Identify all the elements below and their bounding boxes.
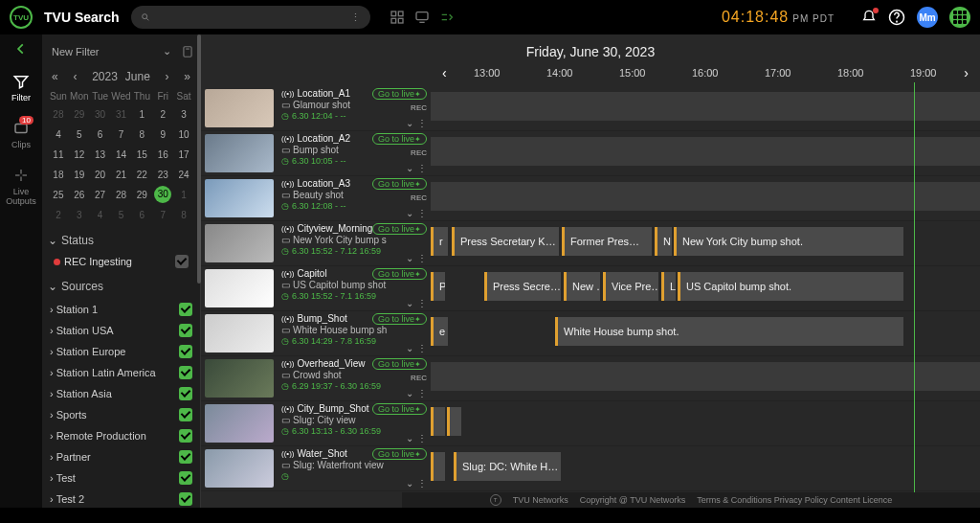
footer-link[interactable]: Content Licence	[830, 495, 892, 505]
search-input[interactable]	[158, 11, 343, 23]
notifications-icon[interactable]	[861, 10, 877, 25]
cal-day[interactable]: 3	[69, 206, 90, 224]
timeline-block[interactable]: L	[661, 272, 676, 301]
expand-icon[interactable]: ⌄	[406, 208, 413, 218]
cal-day[interactable]: 7	[152, 206, 173, 224]
expand-icon[interactable]: ⌄	[406, 343, 413, 353]
nav-filter[interactable]: Filter	[11, 73, 31, 102]
footer-link[interactable]: Terms & Conditions	[697, 495, 771, 505]
thumbnail[interactable]	[205, 449, 274, 488]
source-item[interactable]: ›Partner	[48, 446, 194, 467]
source-toggle[interactable]	[179, 492, 192, 506]
source-item[interactable]: ›Station Latin America	[48, 362, 194, 383]
track[interactable]: eWhite House bump shot.	[431, 311, 980, 355]
source-toggle[interactable]	[179, 345, 192, 358]
more-icon[interactable]: ⋮	[417, 163, 427, 173]
thumbnail[interactable]	[205, 269, 274, 307]
cal-day[interactable]: 28	[111, 186, 132, 204]
go-to-live-button[interactable]: Go to live✦	[372, 88, 427, 100]
cal-day[interactable]: 16	[152, 146, 173, 164]
cal-day[interactable]: 1	[131, 105, 152, 124]
cal-day[interactable]: 30	[154, 186, 171, 203]
thumbnail[interactable]	[205, 179, 274, 217]
track[interactable]: Slug: DC: White H…	[431, 446, 980, 490]
cal-day[interactable]: 10	[173, 125, 194, 144]
timeline-block[interactable]	[431, 452, 445, 481]
nav-clips[interactable]: 10 Clips	[11, 120, 31, 149]
cal-day[interactable]: 12	[69, 146, 90, 164]
go-to-live-button[interactable]: Go to live✦	[372, 313, 427, 325]
search-more-icon[interactable]: ⋮	[350, 11, 361, 24]
expand-icon[interactable]: ⌄	[406, 163, 413, 173]
source-toggle[interactable]	[179, 471, 192, 485]
thumbnail[interactable]	[205, 359, 274, 398]
timeline-block[interactable]: Press Secretary K…	[452, 227, 559, 256]
filter-select[interactable]: New Filter ⌄	[48, 42, 175, 60]
cal-day[interactable]: 23	[152, 166, 173, 184]
timeline-block[interactable]	[431, 137, 980, 166]
timeline-block[interactable]: P.	[431, 272, 445, 301]
timeline-block[interactable]: Former Pres…	[562, 227, 652, 256]
timeline-block[interactable]: Vice Pre…	[603, 272, 658, 301]
user-avatar[interactable]: Mm	[917, 7, 938, 28]
cal-day[interactable]: 14	[111, 146, 132, 164]
cal-day[interactable]: 8	[131, 125, 152, 144]
timeline-block[interactable]: e	[431, 317, 448, 346]
source-toggle[interactable]	[179, 366, 192, 379]
cal-day[interactable]: 20	[90, 166, 111, 184]
cal-day[interactable]: 3	[173, 105, 194, 124]
more-icon[interactable]: ⋮	[417, 253, 427, 263]
source-item[interactable]: ›Station Europe	[48, 341, 194, 362]
source-toggle[interactable]	[179, 450, 192, 464]
cal-day[interactable]: 8	[173, 206, 194, 224]
more-icon[interactable]: ⋮	[417, 118, 427, 128]
source-toggle[interactable]	[179, 387, 192, 400]
cal-day[interactable]: 7	[111, 125, 132, 144]
more-icon[interactable]: ⋮	[417, 208, 427, 218]
expand-icon[interactable]: ⌄	[406, 253, 413, 263]
timeline-block[interactable]: Slug: DC: White H…	[454, 452, 561, 481]
more-icon[interactable]: ⋮	[417, 298, 427, 308]
source-item[interactable]: ›Remote Production	[48, 425, 194, 446]
playhead[interactable]	[914, 82, 915, 492]
timeline-block[interactable]: N…	[655, 227, 672, 256]
more-icon[interactable]: ⋮	[417, 478, 427, 489]
link-icon[interactable]	[439, 10, 455, 25]
cal-day[interactable]: 31	[111, 105, 132, 124]
nav-live-outputs[interactable]: Live Outputs	[0, 167, 42, 206]
source-item[interactable]: ›Test	[48, 467, 194, 489]
go-to-live-button[interactable]: Go to live✦	[372, 448, 427, 460]
track[interactable]: rPress Secretary K…Former Pres…N…New Yor…	[431, 221, 980, 265]
timeline-block[interactable]	[431, 362, 980, 391]
status-header[interactable]: ⌄Status	[48, 234, 194, 247]
cal-day[interactable]: 30	[90, 105, 111, 124]
expand-icon[interactable]: ⌄	[406, 478, 413, 489]
status-rec-toggle[interactable]	[175, 255, 189, 268]
timeline-block[interactable]: US Capitol bump shot.	[678, 272, 903, 301]
timeline-block[interactable]: White House bump shot.	[555, 317, 903, 346]
cal-day[interactable]: 6	[131, 206, 152, 224]
timeline-block[interactable]: New …	[564, 272, 600, 301]
cal-day[interactable]: 1	[173, 186, 194, 204]
footer-link[interactable]: Privacy Policy	[774, 495, 828, 505]
timeline-next[interactable]: ›	[960, 65, 972, 80]
back-icon[interactable]	[14, 42, 28, 56]
source-item[interactable]: ›Test 2	[48, 489, 194, 508]
cal-day[interactable]: 19	[69, 166, 90, 184]
timeline-block[interactable]: r	[431, 227, 448, 256]
thumbnail[interactable]	[205, 404, 274, 443]
go-to-live-button[interactable]: Go to live✦	[372, 268, 427, 280]
timeline-block[interactable]	[447, 407, 461, 436]
cal-day[interactable]: 29	[131, 186, 152, 204]
cal-day[interactable]: 4	[90, 206, 111, 224]
source-item[interactable]: ›Station Asia	[48, 383, 194, 404]
source-item[interactable]: ›Sports	[48, 404, 194, 425]
track[interactable]	[431, 356, 980, 400]
timeline-block[interactable]	[431, 407, 445, 436]
cal-day[interactable]: 2	[152, 105, 173, 124]
cal-day[interactable]: 21	[111, 166, 132, 184]
thumbnail[interactable]	[205, 89, 274, 127]
search-bar[interactable]: ⋮	[131, 6, 370, 29]
track[interactable]: P.Press Secre…New …Vice Pre…LUS Capitol …	[431, 266, 980, 310]
cal-day[interactable]: 29	[69, 105, 90, 124]
